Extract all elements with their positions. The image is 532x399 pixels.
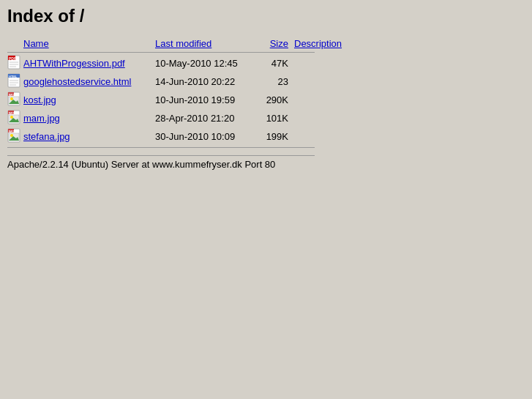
file-last-modified: 28-Apr-2010 21:20 [155, 109, 265, 127]
file-last-modified: 10-May-2010 12:45 [155, 54, 265, 72]
table-row: IMG stefana.jpg30-Jun-2010 10:09199K [7, 127, 353, 146]
file-size: 101K [265, 109, 294, 127]
sort-by-modified-link[interactable]: Last modified [155, 38, 211, 49]
file-name[interactable]: googlehostedservice.html [23, 72, 155, 91]
file-name[interactable]: kost.jpg [23, 91, 155, 109]
table-row: IMG kost.jpg10-Jun-2010 19:59290K [7, 91, 353, 109]
file-description [294, 72, 353, 91]
server-footer: Apache/2.2.14 (Ubuntu) Server at www.kum… [7, 155, 315, 170]
file-link[interactable]: googlehostedservice.html [23, 76, 131, 87]
file-name[interactable]: mam.jpg [23, 109, 155, 127]
file-link[interactable]: kost.jpg [23, 94, 56, 105]
file-description [294, 54, 353, 72]
file-description [294, 109, 353, 127]
col-desc-header: Description [294, 38, 353, 51]
sort-by-desc-link[interactable]: Description [294, 38, 342, 49]
file-last-modified: 30-Jun-2010 10:09 [155, 127, 265, 146]
sort-by-name-link[interactable]: Name [23, 38, 49, 49]
table-row: HTML googlehostedservice.html14-Jun-2010… [7, 72, 353, 91]
file-link[interactable]: AHTWithProgession.pdf [23, 58, 125, 69]
svg-text:IMG: IMG [9, 111, 15, 115]
file-size: 290K [265, 91, 294, 109]
file-icon: IMG [7, 91, 23, 109]
file-size: 199K [265, 127, 294, 146]
table-row: IMG mam.jpg28-Apr-2010 21:20101K [7, 109, 353, 127]
file-description [294, 127, 353, 146]
table-row: PDF AHTWithProgession.pdf10-May-2010 12:… [7, 54, 353, 72]
sort-by-size-link[interactable]: Size [270, 38, 288, 49]
svg-text:HTML: HTML [9, 75, 18, 78]
svg-point-20 [10, 116, 13, 119]
file-description [294, 91, 353, 109]
col-name-header: Name [23, 38, 155, 51]
file-icon: HTML [7, 72, 23, 91]
file-name[interactable]: AHTWithProgession.pdf [23, 54, 155, 72]
file-last-modified: 10-Jun-2010 19:59 [155, 91, 265, 109]
file-size: 47K [265, 54, 294, 72]
file-listing-table: Name Last modified Size Description PDF … [7, 38, 353, 149]
file-name[interactable]: stefana.jpg [23, 127, 155, 146]
file-icon: IMG [7, 127, 23, 146]
col-size-header: Size [265, 38, 294, 51]
svg-text:IMG: IMG [9, 93, 15, 97]
svg-point-14 [10, 97, 13, 100]
footer-separator [7, 147, 315, 148]
svg-text:PDF: PDF [9, 56, 16, 61]
file-link[interactable]: mam.jpg [23, 113, 60, 124]
file-link[interactable]: stefana.jpg [23, 131, 70, 142]
svg-text:IMG: IMG [9, 130, 15, 133]
file-last-modified: 14-Jun-2010 20:22 [155, 72, 265, 91]
svg-point-26 [10, 134, 13, 137]
col-icon-header [7, 38, 23, 51]
file-size: 23 [265, 72, 294, 91]
col-modified-header: Last modified [155, 38, 265, 51]
file-icon: IMG [7, 109, 23, 127]
file-icon: PDF [7, 54, 23, 72]
page-title: Index of / [7, 6, 525, 26]
header-separator [7, 52, 315, 53]
